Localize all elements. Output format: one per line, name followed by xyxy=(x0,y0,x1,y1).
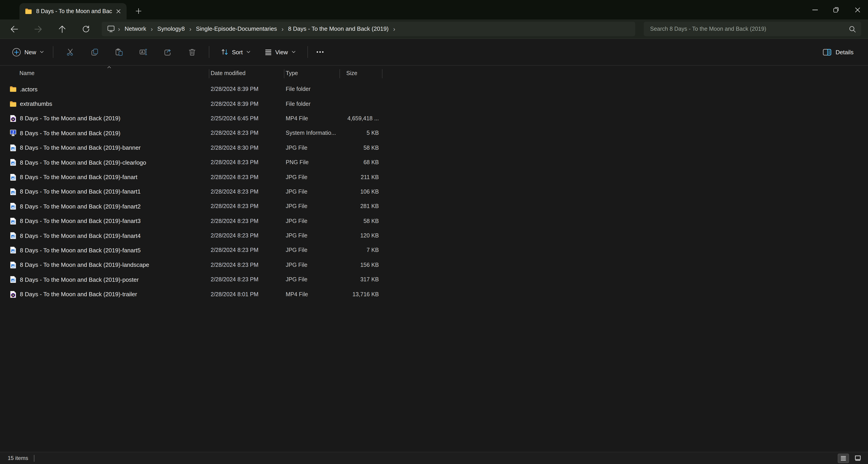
file-date-modified: 2/28/2024 8:23 PM xyxy=(211,130,286,136)
image-file-icon xyxy=(9,261,17,269)
forward-button[interactable] xyxy=(30,22,46,36)
file-row[interactable]: 8 Days - To the Moon and Back (2019)-ban… xyxy=(0,141,868,155)
toolbar-divider xyxy=(53,46,53,58)
sort-button[interactable]: Sort xyxy=(217,45,255,59)
file-size: 58 KB xyxy=(336,145,379,151)
toolbar-divider xyxy=(307,46,308,58)
file-date-modified: 2/28/2024 8:23 PM xyxy=(211,277,286,283)
breadcrumb-item[interactable]: Synology8 xyxy=(153,22,189,36)
file-size: 58 KB xyxy=(336,218,379,224)
column-header-type[interactable]: Type xyxy=(286,70,298,76)
command-bar: New Sort xyxy=(0,39,868,66)
breadcrumb-item[interactable]: Network xyxy=(121,22,150,36)
sort-button-label: Sort xyxy=(232,49,243,55)
file-name: .actors xyxy=(17,86,211,92)
file-name: 8 Days - To the Moon and Back (2019)-fan… xyxy=(17,247,211,254)
cut-button[interactable] xyxy=(61,44,79,60)
search-input[interactable] xyxy=(649,25,849,33)
copy-button[interactable] xyxy=(86,44,103,60)
details-view-toggle[interactable] xyxy=(838,453,849,463)
file-type: JPG File xyxy=(286,174,336,180)
view-button[interactable]: View xyxy=(260,45,300,59)
breadcrumb-item[interactable]: 8 Days - To the Moon and Back (2019) xyxy=(284,22,393,36)
refresh-button[interactable] xyxy=(78,22,94,36)
new-tab-button[interactable] xyxy=(132,4,145,17)
file-row[interactable]: 8 Days - To the Moon and Back (2019)-cle… xyxy=(0,155,868,170)
file-date-modified: 2/28/2024 8:23 PM xyxy=(211,233,286,239)
file-row[interactable]: 8 Days - To the Moon and Back (2019)-lan… xyxy=(0,257,868,272)
file-row[interactable]: 8 Days - To the Moon and Back (2019)-pos… xyxy=(0,272,868,287)
file-row[interactable]: 8 Days - To the Moon and Back (2019)-fan… xyxy=(0,228,868,243)
delete-button[interactable] xyxy=(183,44,201,60)
file-row[interactable]: 8 Days - To the Moon and Back (2019)-tra… xyxy=(0,287,868,302)
column-divider[interactable] xyxy=(209,69,209,78)
file-type: JPG File xyxy=(286,233,336,239)
file-size: 68 KB xyxy=(336,159,379,165)
file-date-modified: 2/28/2024 8:23 PM xyxy=(211,247,286,253)
column-divider[interactable] xyxy=(284,69,284,78)
this-pc-icon[interactable] xyxy=(105,25,118,33)
address-bar[interactable]: › Network›Synology8›Single-Episode-Docum… xyxy=(102,22,635,36)
file-row[interactable]: .actors2/28/2024 8:39 PMFile folder xyxy=(0,82,868,97)
status-bar: 15 items xyxy=(0,452,868,464)
column-divider[interactable] xyxy=(340,69,340,78)
paste-button[interactable] xyxy=(110,44,128,60)
file-date-modified: 2/28/2024 8:23 PM xyxy=(211,159,286,165)
file-name: 8 Days - To the Moon and Back (2019)-fan… xyxy=(17,174,211,181)
file-type: File folder xyxy=(286,101,336,107)
breadcrumb-chevron-icon[interactable]: › xyxy=(189,22,192,36)
minimize-button[interactable] xyxy=(804,0,826,20)
details-pane-icon xyxy=(823,49,832,55)
file-name: 8 Days - To the Moon and Back (2019)-fan… xyxy=(17,188,211,195)
breadcrumb-chevron-icon[interactable]: › xyxy=(150,22,153,36)
explorer-tab[interactable]: 8 Days - To the Moon and Bac xyxy=(20,3,127,20)
window-controls xyxy=(804,0,868,20)
file-date-modified: 2/28/2024 8:30 PM xyxy=(211,145,286,151)
up-button[interactable] xyxy=(54,22,70,36)
more-options-button[interactable] xyxy=(312,44,328,60)
file-row[interactable]: 8 Days - To the Moon and Back (2019)-fan… xyxy=(0,243,868,258)
file-name: 8 Days - To the Moon and Back (2019) xyxy=(17,115,211,122)
file-row[interactable]: 8 Days - To the Moon and Back (2019)-fan… xyxy=(0,199,868,214)
close-button[interactable] xyxy=(847,0,868,20)
file-row[interactable]: 8 Days - To the Moon and Back (2019)2/28… xyxy=(0,126,868,141)
file-row[interactable]: 8 Days - To the Moon and Back (2019)-fan… xyxy=(0,184,868,199)
file-type: JPG File xyxy=(286,189,336,195)
file-type: PNG File xyxy=(286,159,336,165)
breadcrumb-item[interactable]: Single-Episode-Documentaries xyxy=(192,22,281,36)
search-icon[interactable] xyxy=(849,26,856,32)
navigation-bar: › Network›Synology8›Single-Episode-Docum… xyxy=(0,20,868,39)
large-icons-view-toggle[interactable] xyxy=(852,453,864,463)
file-size: 120 KB xyxy=(336,233,379,239)
file-date-modified: 2/25/2024 6:45 PM xyxy=(211,115,286,122)
file-row[interactable]: 8 Days - To the Moon and Back (2019)-fan… xyxy=(0,170,868,185)
image-file-icon xyxy=(9,174,17,181)
details-pane-button[interactable]: Details xyxy=(818,45,858,59)
image-file-icon xyxy=(9,217,17,224)
breadcrumb-chevron-icon[interactable]: › xyxy=(281,22,284,36)
folder-icon xyxy=(25,8,32,14)
file-row[interactable]: 8 Days - To the Moon and Back (2019)2/25… xyxy=(0,111,868,126)
file-row[interactable]: extrathumbs2/28/2024 8:39 PMFile folder xyxy=(0,97,868,111)
new-button[interactable]: New xyxy=(8,44,49,59)
rename-button[interactable] xyxy=(134,44,152,60)
image-file-icon xyxy=(9,159,17,166)
back-button[interactable] xyxy=(6,22,22,36)
breadcrumb-chevron-icon[interactable]: › xyxy=(393,22,396,36)
column-divider[interactable] xyxy=(382,69,382,78)
share-button[interactable] xyxy=(159,44,177,60)
column-header-size[interactable]: Size xyxy=(346,70,358,76)
column-header-name[interactable]: Name xyxy=(20,70,35,76)
file-row[interactable]: 8 Days - To the Moon and Back (2019)-fan… xyxy=(0,214,868,228)
breadcrumb: Network›Synology8›Single-Episode-Documen… xyxy=(121,22,396,36)
search-box[interactable] xyxy=(644,22,861,36)
file-date-modified: 2/28/2024 8:23 PM xyxy=(211,203,286,210)
column-header-date-modified[interactable]: Date modified xyxy=(211,70,246,76)
image-file-icon xyxy=(9,276,17,283)
tab-close-icon[interactable] xyxy=(114,7,123,16)
restore-button[interactable] xyxy=(826,0,847,20)
folder-icon xyxy=(9,100,17,107)
chevron-down-icon xyxy=(246,51,250,53)
file-date-modified: 2/28/2024 8:23 PM xyxy=(211,189,286,195)
new-plus-icon xyxy=(12,48,21,56)
